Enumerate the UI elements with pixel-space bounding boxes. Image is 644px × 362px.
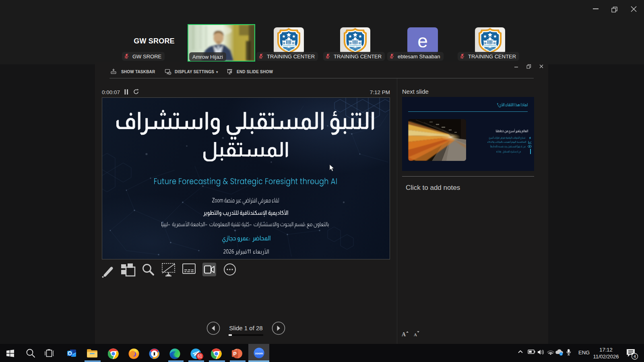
svg-text:A: A <box>402 331 406 337</box>
svg-text:zoom: zoom <box>255 352 263 355</box>
svg-text:A: A <box>414 332 417 337</box>
svg-text:4: 4 <box>634 354 636 359</box>
svg-text:P: P <box>233 351 237 357</box>
svg-text:ACADEMY: ACADEMY <box>285 50 292 51</box>
svg-text:ACADEMY: ACADEMY <box>351 50 359 51</box>
svg-text:ACADEMY: ACADEMY <box>486 50 493 51</box>
